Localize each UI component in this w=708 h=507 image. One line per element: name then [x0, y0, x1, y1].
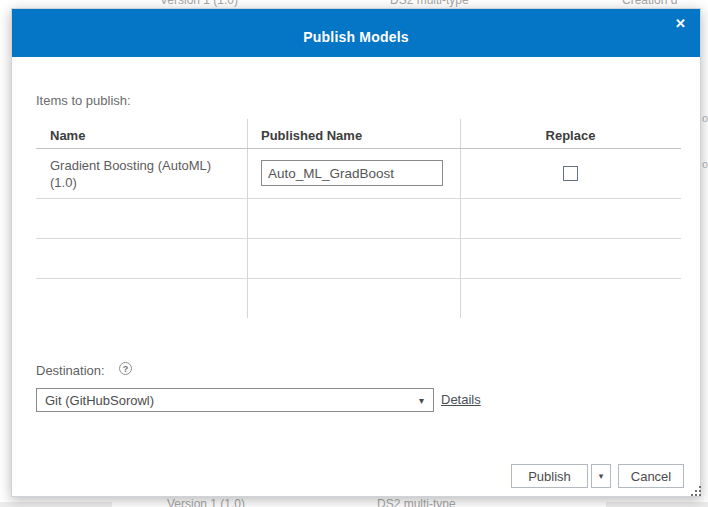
bg-text-version-bottom: Version 1 (1.0)	[167, 498, 245, 507]
destination-selected-value: Git (GitHubSorowl)	[37, 393, 419, 408]
resize-grip[interactable]	[691, 486, 703, 498]
bg-strip-right	[606, 502, 708, 507]
bg-edge-fragment-1: os	[702, 112, 708, 124]
destination-dropdown[interactable]: Git (GitHubSorowl) ▾	[36, 388, 434, 412]
column-header-replace: Replace	[460, 128, 681, 143]
publish-menu-caret-icon[interactable]: ▾	[591, 464, 611, 488]
column-header-published-name: Published Name	[261, 128, 362, 143]
bg-text-version-top: Version 1 (1.0)	[160, 0, 238, 7]
dialog-title: Publish Models	[303, 29, 408, 45]
published-name-input[interactable]	[261, 160, 443, 186]
publish-items-table: Name Published Name Replace Gradient Boo…	[36, 119, 681, 318]
header-divider	[36, 148, 681, 149]
bg-strip-left	[0, 502, 112, 507]
row-divider	[36, 198, 681, 199]
cancel-button[interactable]: Cancel	[618, 464, 684, 488]
dialog-header: Publish Models ✕	[12, 9, 700, 57]
replace-checkbox[interactable]	[563, 166, 578, 181]
items-to-publish-label: Items to publish:	[36, 93, 131, 108]
close-icon[interactable]: ✕	[671, 13, 690, 34]
destination-label: Destination:	[36, 363, 105, 378]
column-header-name: Name	[50, 128, 85, 143]
chevron-down-icon: ▾	[419, 395, 433, 406]
bg-text-ds2-bottom: DS2 multi-type	[377, 498, 456, 507]
publish-button[interactable]: Publish	[511, 464, 588, 488]
row-divider	[36, 238, 681, 239]
bg-text-ds2-top: DS2 multi-type	[390, 0, 469, 7]
bg-edge-fragment-2: os	[702, 158, 708, 170]
details-link[interactable]: Details	[441, 392, 481, 407]
help-icon[interactable]: ?	[119, 362, 132, 375]
publish-models-dialog: Publish Models ✕ Items to publish: Name …	[11, 8, 701, 497]
model-name-cell: Gradient Boosting (AutoML) (1.0)	[50, 157, 225, 191]
bg-text-creation-top: Creation d	[622, 0, 677, 7]
row-divider	[36, 278, 681, 279]
